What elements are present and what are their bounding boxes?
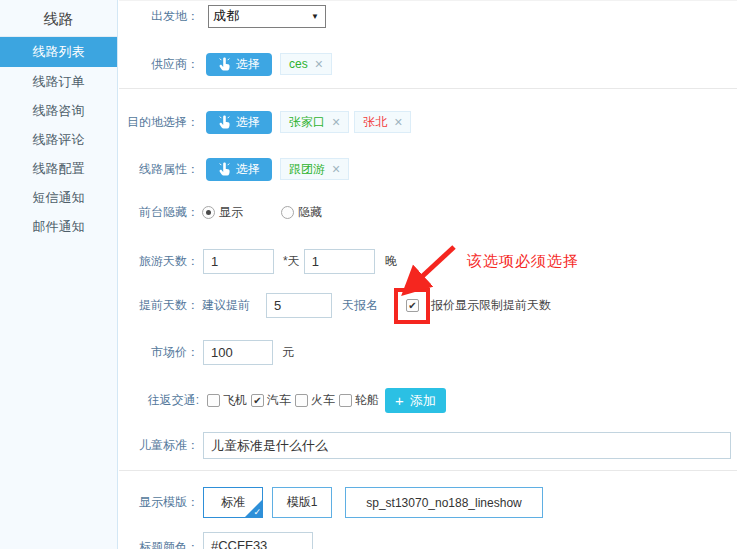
row-template: 显示模版： 标准 ✓ 模版1 sp_st13070_no188_lineshow [119,487,737,518]
transport-checkbox-ship[interactable] [339,394,352,407]
radio-option-label: 隐藏 [298,204,322,221]
child-standard-label: 儿童标准： [119,437,199,454]
days-input[interactable]: 1 [203,249,274,274]
tag-text: 跟团游 [289,161,325,178]
plus-icon: + [395,393,404,408]
tag-text: 张家口 [289,114,325,131]
destination-pick-button[interactable]: 选择 [206,111,272,134]
hand-pointer-icon [218,115,231,129]
child-standard-input[interactable]: 儿童标准是什么什么 [203,432,731,459]
sidebar-item-sms-notify[interactable]: 短信通知 [0,183,117,212]
row-title-color: 标题颜色： #CCFF33 [119,532,737,549]
attribute-label: 线路属性： [119,161,199,178]
attribute-tag: 跟团游 × [280,158,349,180]
pick-button-label: 选择 [236,114,260,131]
destination-tag: 张家口 × [280,111,349,133]
pick-button-label: 选择 [236,56,260,73]
transport-option-label: 飞机 [223,392,247,409]
close-icon[interactable]: × [332,115,340,129]
row-departure: 出发地： 成都 ▼ [119,2,737,30]
days-label: 旅游天数： [119,253,199,270]
sidebar-item-email-notify[interactable]: 邮件通知 [0,212,117,241]
template-option-label: 模版1 [287,494,318,511]
row-visibility: 前台隐藏： 显示 隐藏 [119,203,737,221]
advance-suffix: 天报名 [342,297,378,314]
template-label: 显示模版： [119,494,199,511]
transport-checkbox-bus[interactable]: ✔ [251,394,264,407]
sidebar-item-route-inquiry[interactable]: 线路咨询 [0,96,117,125]
destination-tag: 张北 × [354,111,411,133]
title-color-input[interactable]: #CCFF33 [203,532,313,549]
template-option-label: 标准 [221,494,245,511]
destination-label: 目的地选择： [119,114,199,131]
check-icon: ✔ [253,396,261,406]
transport-checkbox-train[interactable] [295,394,308,407]
supplier-tag: ces × [280,53,332,75]
advance-days-input[interactable]: 5 [266,293,332,318]
visibility-radio-hide[interactable] [281,206,294,219]
market-price-input[interactable]: 100 [203,340,273,365]
advance-label: 提前天数： [119,297,199,314]
check-icon: ✓ [253,507,261,517]
hand-pointer-icon [218,162,231,176]
transport-checkbox-plane[interactable] [207,394,220,407]
row-child-standard: 儿童标准： 儿童标准是什么什么 [119,432,737,459]
add-transport-button[interactable]: + 添加 [385,388,446,413]
transport-option-label: 火车 [311,392,335,409]
attribute-pick-button[interactable]: 选择 [206,158,272,181]
annotation-text: 该选项必须选择 [467,252,579,271]
row-attribute: 线路属性： 选择 跟团游 × [119,156,737,182]
visibility-label: 前台隐藏： [119,204,199,221]
template-option-1[interactable]: 模版1 [272,487,332,518]
radio-option-label: 显示 [219,204,243,221]
row-destination: 目的地选择： 选择 张家口 × 张北 × [119,109,737,135]
pick-button-label: 选择 [236,161,260,178]
tag-text: 张北 [363,114,387,131]
divider [119,88,737,89]
template-option-custom[interactable]: sp_st13070_no188_lineshow [345,487,543,518]
add-button-label: 添加 [410,392,436,410]
template-option-label: sp_st13070_no188_lineshow [366,496,521,510]
departure-selected-value: 成都 [213,7,311,25]
sidebar-item-route-config[interactable]: 线路配置 [0,154,117,183]
hand-pointer-icon [218,57,231,71]
sidebar-item-route-comments[interactable]: 线路评论 [0,125,117,154]
advance-prefix: 建议提前 [202,297,250,314]
template-option-standard[interactable]: 标准 ✓ [203,487,263,518]
days-unit: *天 [283,253,300,270]
transport-option-label: 轮船 [355,392,379,409]
market-price-unit: 元 [282,344,294,361]
close-icon[interactable]: × [315,57,323,71]
sidebar: 线路 线路列表 线路订单 线路咨询 线路评论 线路配置 短信通知 邮件通知 [0,0,118,549]
annotation-arrow-icon [392,242,470,302]
market-price-label: 市场价： [119,344,199,361]
close-icon[interactable]: × [332,162,340,176]
close-icon[interactable]: × [394,115,402,129]
visibility-radio-show[interactable] [202,206,215,219]
row-supplier: 供应商： 选择 ces × [119,51,737,77]
transport-option-label: 汽车 [267,392,291,409]
row-transport: 往返交通: 飞机 ✔ 汽车 火车 轮船 + 添加 [119,388,737,413]
row-market-price: 市场价： 100 元 [119,339,737,365]
departure-label: 出发地： [119,8,199,25]
divider [119,470,737,471]
divider [119,0,737,1]
departure-select[interactable]: 成都 ▼ [208,5,326,28]
transport-label: 往返交通: [119,392,199,409]
sidebar-item-route-list[interactable]: 线路列表 [0,37,117,67]
tag-text: ces [289,57,308,71]
title-color-label: 标题颜色： [119,532,199,549]
supplier-pick-button[interactable]: 选择 [206,53,272,76]
nights-input[interactable]: 1 [304,249,375,274]
supplier-label: 供应商： [119,56,199,73]
sidebar-title: 线路 [0,0,117,37]
chevron-down-icon: ▼ [311,12,319,21]
sidebar-item-route-orders[interactable]: 线路订单 [0,67,117,96]
